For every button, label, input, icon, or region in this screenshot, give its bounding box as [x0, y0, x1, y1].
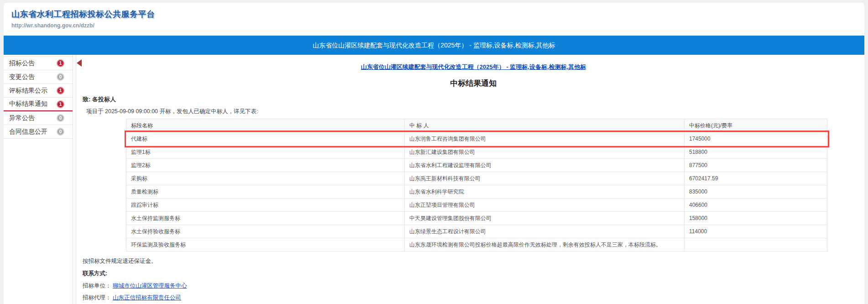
tendering-unit-link[interactable]: 聊城市位山灌区管理服务中心	[113, 283, 187, 289]
results-table: 标段名称中 标 人中标价格(元)/费率 代建标山东润鲁工程咨询集团有限公司174…	[126, 119, 827, 252]
section-name-cell: 水土保持验收服务标	[126, 225, 405, 238]
price-cell: 114000	[685, 225, 827, 238]
table-row: 采购标山东禹王新材料科技有限公司6702417.59	[126, 172, 827, 185]
count-badge: 0	[57, 128, 64, 136]
price-cell: 877500	[685, 159, 827, 172]
content-area: 山东省位山灌区续建配套与现代化改造工程（2025年） - 监理标,设备标,检测标…	[76, 55, 864, 304]
project-banner-title: 山东省位山灌区续建配套与现代化改造工程（2025年） - 监理标,设备标,检测标…	[313, 42, 555, 49]
price-cell: 158000	[685, 212, 827, 225]
winner-cell: 山东省水利工程建设监理有限公司	[405, 159, 685, 172]
contact-label: 招标单位：	[83, 283, 113, 289]
table-row: 环保监测及验收服务标山东东晟环境检测有限公司投标价格超最高限价作无效标处理，剩余…	[126, 238, 827, 252]
contact-heading: 联系方式:	[83, 270, 864, 278]
price-cell: 518800	[685, 146, 827, 159]
deposit-note: 按招标文件规定退还保证金。	[83, 257, 864, 265]
table-row: 质量检测标山东省水利科学研究院835000	[126, 185, 827, 199]
table-row: 监理1标山东新汇建设集团有限公司518800	[126, 146, 827, 159]
page-panel: 山东省水利工程招标投标公共服务平台 http://wr.shandong.gov…	[4, 3, 864, 304]
sidebar-menu: 招标公告1变更公告0评标结果公示1中标结果通知1异常公告0合同信息公开0	[4, 56, 73, 139]
table-row: 跟踪审计标山东正堃项目管理有限公司406600	[126, 199, 827, 212]
section-name-cell: 环保监测及验收服务标	[126, 238, 405, 252]
section-name-cell: 监理2标	[126, 159, 405, 172]
column-header: 中标价格(元)/费率	[685, 119, 827, 132]
main-region: 招标公告1变更公告0评标结果公示1中标结果通知1异常公告0合同信息公开0 山东省…	[4, 55, 864, 304]
winner-cell: 山东省水利科学研究院	[405, 185, 685, 199]
table-row: 水土保持监测服务标中天昊建设管理集团股份有限公司158000	[126, 212, 827, 225]
sidebar-item-label: 招标公告	[9, 59, 35, 68]
price-cell: 406600	[685, 199, 827, 212]
salutation-line: 致: 各投标人	[83, 95, 864, 104]
section-name-cell: 跟踪审计标	[126, 199, 405, 212]
price-cell: 835000	[685, 185, 827, 199]
sidebar-item-label: 评标结果公示	[9, 87, 47, 95]
column-header: 中 标 人	[405, 119, 685, 132]
table-row: 水土保持验收服务标山东绿景生态工程设计有限公司114000	[126, 225, 827, 238]
winner-cell: 中天昊建设管理集团股份有限公司	[405, 212, 685, 225]
count-badge: 0	[57, 114, 64, 122]
site-title: 山东省水利工程招标投标公共服务平台	[11, 9, 864, 20]
sidebar-item-3[interactable]: 评标结果公示1	[4, 84, 73, 98]
winner-cell: 山东润鲁工程咨询集团有限公司	[405, 132, 685, 146]
winner-cell: 山东正堃项目管理有限公司	[405, 199, 685, 212]
winner-cell: 山东禹王新材料科技有限公司	[405, 172, 685, 185]
section-name-cell: 水土保持监测服务标	[126, 212, 405, 225]
project-link[interactable]: 山东省位山灌区续建配套与现代化改造工程（2025年） - 监理标,设备标,检测标…	[83, 55, 864, 71]
contact-block: 招标单位： 聊城市位山灌区管理服务中心招标代理： 山东正信招标有限责任公司日 期…	[83, 282, 864, 304]
current-item-arrow-icon	[77, 59, 82, 67]
tendering-agent-link[interactable]: 山东正信招标有限责任公司	[113, 294, 181, 301]
price-cell: 6702417.59	[685, 172, 827, 185]
contact-label: 招标代理：	[83, 294, 113, 301]
sidebar-item-label: 中标结果通知	[9, 100, 47, 108]
table-row: 代建标山东润鲁工程咨询集团有限公司1745000	[126, 132, 827, 146]
sidebar-item-4[interactable]: 中标结果通知1	[4, 98, 73, 111]
sidebar-item-label: 变更公告	[9, 73, 35, 81]
winner-cell: 山东新汇建设集团有限公司	[405, 146, 685, 159]
winner-cell: 山东东晟环境检测有限公司投标价格超最高限价作无效标处理，剩余有效投标人不足三家，…	[405, 238, 685, 252]
contact-line: 招标代理： 山东正信招标有限责任公司	[83, 294, 864, 301]
intro-line: 项目于 2025-09-09 09:00:00 开标，发包人已确定中标人，详见下…	[83, 108, 864, 115]
count-badge: 1	[57, 59, 64, 67]
project-banner: 山东省位山灌区续建配套与现代化改造工程（2025年） - 监理标,设备标,检测标…	[4, 36, 864, 55]
sidebar-item-label: 合同信息公开	[9, 128, 47, 136]
table-row: 监理2标山东省水利工程建设监理有限公司877500	[126, 159, 827, 172]
site-header: 山东省水利工程招标投标公共服务平台 http://wr.shandong.gov…	[4, 3, 864, 36]
winner-cell: 山东绿景生态工程设计有限公司	[405, 225, 685, 238]
price-cell	[685, 238, 827, 252]
sidebar-item-6[interactable]: 合同信息公开0	[4, 125, 73, 139]
page-title: 中标结果通知	[83, 78, 864, 89]
site-url: http://wr.shandong.gov.cn/dzzb/	[11, 22, 864, 29]
sidebar-item-1[interactable]: 招标公告1	[4, 57, 73, 70]
count-badge: 0	[57, 73, 64, 81]
sidebar: 招标公告1变更公告0评标结果公示1中标结果通知1异常公告0合同信息公开0	[4, 55, 73, 304]
sidebar-item-5[interactable]: 异常公告0	[4, 111, 73, 125]
section-name-cell: 质量检测标	[126, 185, 405, 199]
count-badge: 1	[57, 100, 64, 108]
sidebar-item-label: 异常公告	[9, 114, 35, 122]
section-name-cell: 采购标	[126, 172, 405, 185]
contact-line: 招标单位： 聊城市位山灌区管理服务中心	[83, 282, 864, 289]
section-name-cell: 监理1标	[126, 146, 405, 159]
sidebar-item-2[interactable]: 变更公告0	[4, 70, 73, 84]
price-cell: 1745000	[685, 132, 827, 146]
column-header: 标段名称	[126, 119, 405, 132]
table-header-row: 标段名称中 标 人中标价格(元)/费率	[126, 119, 827, 132]
section-name-cell: 代建标	[126, 132, 405, 146]
count-badge: 1	[57, 87, 64, 94]
